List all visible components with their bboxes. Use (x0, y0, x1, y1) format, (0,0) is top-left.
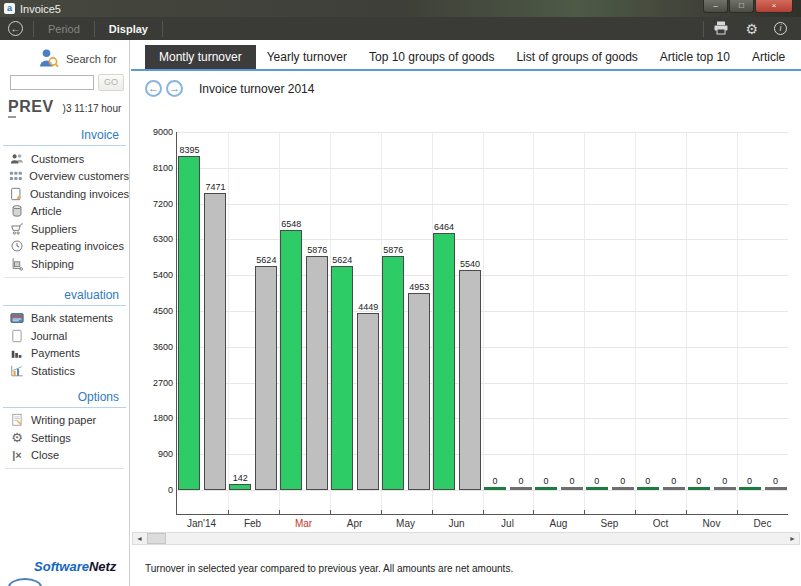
sidebar-item-label: Payments (31, 347, 80, 359)
printer-icon[interactable] (713, 21, 729, 37)
x-axis-tick (330, 510, 331, 514)
nav-prev-icon[interactable]: ← (145, 80, 162, 97)
tab-top-10-groups-of-goods[interactable]: Top 10 groups of goods (358, 45, 505, 69)
sidebar-item-payments[interactable]: Payments (0, 345, 129, 363)
logo-arc (8, 578, 42, 586)
maximize-button[interactable]: □ (729, 0, 754, 13)
bar-value-label: 7471 (205, 182, 225, 192)
prev-date: )3 11:17 hour (63, 103, 122, 114)
sidebar-item-close[interactable]: |×Close (0, 447, 129, 465)
window-title: Invoice5 (20, 3, 61, 15)
scroll-right-icon[interactable]: ► (786, 533, 799, 544)
tab-customers[interactable]: Customers (796, 45, 801, 69)
bar-column: 5540 (459, 132, 481, 490)
plot-area: 8395747114256246548587656244449587649536… (176, 132, 788, 515)
tab-list-of-groups-of-goods[interactable]: List of groups of goods (505, 45, 648, 69)
sidebar-item-label: Overview customers (29, 170, 129, 182)
x-axis-label-mar: Mar (278, 518, 329, 529)
x-axis-label-feb: Feb (227, 518, 278, 529)
overview-customers-icon (9, 169, 23, 183)
tab-strip: Montly turnoverYearly turnoverTop 10 gro… (145, 45, 801, 69)
sidebar-item-label: Customers (31, 153, 84, 165)
bar-selected-year (586, 487, 608, 490)
bar-selected-year (331, 266, 353, 490)
sidebar-item-shipping[interactable]: Shipping (0, 255, 129, 273)
back-icon[interactable]: ← (8, 21, 23, 36)
sidebar-item-suppliers[interactable]: Suppliers (0, 220, 129, 238)
bar-value-label: 8395 (179, 145, 199, 155)
menu-display[interactable]: Display (96, 23, 161, 35)
go-button[interactable]: GO (98, 74, 124, 91)
logo-part: Netz (89, 559, 116, 574)
customers-icon (9, 152, 25, 166)
bar-column: 5624 (255, 132, 277, 490)
bar-previous-year (255, 266, 277, 490)
sidebar-item-oustanding-invoices[interactable]: Oustanding invoices (0, 185, 129, 203)
month-slot-jul: 00 (483, 132, 534, 490)
scrollbar-thumb[interactable] (147, 533, 166, 544)
month-slot-jun: 64645540 (432, 132, 483, 490)
y-axis-tick: 3600 (153, 342, 173, 352)
bar-previous-year (765, 487, 787, 490)
bar-column: 5876 (382, 132, 404, 490)
x-axis-tick (686, 510, 687, 514)
sidebar-sections: InvoiceCustomersOverview customersOustan… (0, 128, 129, 469)
tab-article-top-10[interactable]: Article top 10 (649, 45, 741, 69)
info-icon[interactable]: i (774, 22, 787, 35)
shipping-icon (9, 257, 25, 271)
toolbar-separator (162, 21, 163, 37)
sidebar-item-label: Shipping (31, 258, 74, 270)
x-axis-tick (228, 510, 229, 514)
close-button[interactable]: × (755, 0, 793, 13)
search-input[interactable] (10, 75, 94, 90)
journal-icon (9, 329, 25, 343)
bar-column: 8395 (178, 132, 200, 490)
sidebar-item-writing-paper[interactable]: Writing paper (0, 412, 129, 430)
toolbar-separator (703, 21, 704, 37)
sidebar-item-repeating-invoices[interactable]: Repeating invoices (0, 238, 129, 256)
gear-icon[interactable]: ⚙ (745, 22, 758, 36)
x-axis-label-may: May (380, 518, 431, 529)
x-axis-tick (279, 510, 280, 514)
month-slot-sep: 00 (584, 132, 635, 490)
bar-column: 6464 (433, 132, 455, 490)
writing-paper-icon (9, 413, 25, 427)
toolbar: ← Period Display ⚙ i (0, 17, 801, 40)
logo-globe: o (43, 559, 51, 574)
bar-value-label: 6548 (281, 219, 301, 229)
bar-value-label: 4953 (409, 282, 429, 292)
x-axis-label-aug: Aug (533, 518, 584, 529)
sidebar-item-statistics[interactable]: Statistics (0, 362, 129, 380)
sidebar-item-journal[interactable]: Journal (0, 327, 129, 345)
x-axis-tick (381, 510, 382, 514)
tab-article[interactable]: Article (741, 45, 796, 69)
sidebar-item-bank-statements[interactable]: Bank statements (0, 310, 129, 328)
bar-column: 142 (229, 132, 251, 490)
article-icon (9, 204, 25, 218)
tab-montly-turnover[interactable]: Montly turnover (145, 45, 256, 69)
x-axis-label-jul: Jul (482, 518, 533, 529)
sidebar-item-settings[interactable]: ⚙Settings (0, 429, 129, 447)
sidebar-item-overview-customers[interactable]: Overview customers (0, 168, 129, 186)
prev-label: PREV (8, 98, 54, 118)
bar-selected-year (178, 156, 200, 490)
sidebar-item-article[interactable]: Article (0, 203, 129, 221)
menu-period[interactable]: Period (35, 23, 93, 35)
month-slot-nov: 00 (686, 132, 737, 490)
x-axis-tick (483, 510, 484, 514)
sidebar-item-customers[interactable]: Customers (0, 150, 129, 168)
tab-yearly-turnover[interactable]: Yearly turnover (256, 45, 358, 69)
y-axis-tick: 9000 (153, 127, 173, 137)
search-label: Search for (66, 53, 117, 65)
horizontal-scrollbar[interactable]: ◄ ► (132, 532, 800, 545)
scroll-left-icon[interactable]: ◄ (133, 533, 146, 544)
y-axis-tick: 900 (158, 449, 173, 459)
nav-next-icon[interactable]: → (166, 80, 183, 97)
x-axis-tick (432, 510, 433, 514)
bar-selected-year (484, 487, 506, 490)
minimize-button[interactable]: – (703, 0, 728, 13)
sidebar-item-label: Settings (31, 432, 71, 444)
bar-previous-year (561, 487, 583, 490)
bar-value-label: 5876 (383, 245, 403, 255)
bar-value-label: 5540 (460, 259, 480, 269)
